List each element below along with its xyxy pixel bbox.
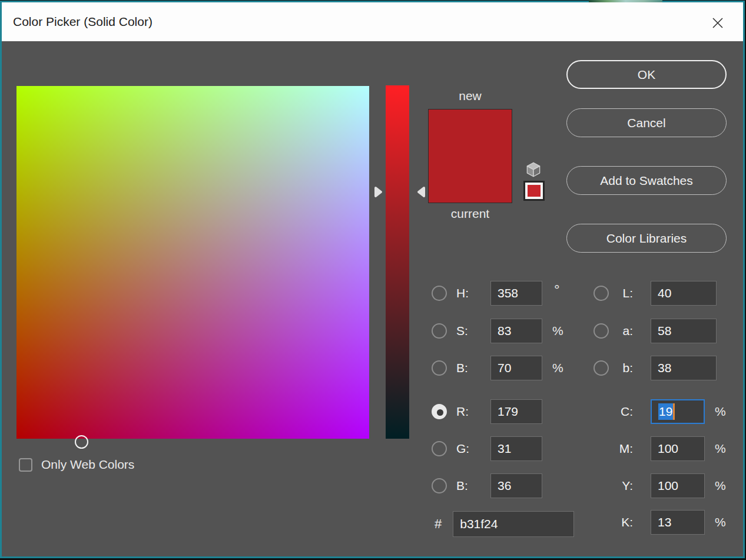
new-color-swatch <box>429 110 512 156</box>
label-s: S: <box>456 324 490 338</box>
input-y[interactable] <box>651 473 705 498</box>
close-button[interactable] <box>708 14 727 32</box>
label-a: a: <box>618 324 633 338</box>
input-hex[interactable] <box>453 511 574 537</box>
input-l[interactable] <box>651 281 717 306</box>
field-row-c: C: 19 % <box>594 399 726 425</box>
slider-thumb-left-icon[interactable] <box>373 185 383 198</box>
input-h[interactable] <box>490 281 542 306</box>
color-picker-dialog: Color Picker (Solid Color) new current <box>0 1 745 558</box>
field-row-s: S: % <box>432 318 563 344</box>
input-k[interactable] <box>651 510 705 535</box>
input-b-lab[interactable] <box>651 356 717 380</box>
input-m[interactable] <box>651 436 705 461</box>
label-b-hsb: B: <box>456 361 490 375</box>
websafe-color-swatch[interactable] <box>523 181 545 201</box>
background-image-sliver <box>589 0 662 2</box>
new-label: new <box>428 89 512 103</box>
unit-k: % <box>715 515 726 529</box>
unit-s: % <box>552 324 563 338</box>
close-icon <box>710 15 725 31</box>
radio-a[interactable] <box>594 323 609 339</box>
input-g[interactable] <box>490 436 542 461</box>
label-c: C: <box>618 405 633 419</box>
field-row-r: R: <box>432 399 542 425</box>
field-row-k: K: % <box>594 509 726 535</box>
radio-s[interactable] <box>432 323 447 339</box>
dialog-title: Color Picker (Solid Color) <box>13 2 152 41</box>
radio-h[interactable] <box>432 286 447 301</box>
color-field-marker[interactable] <box>75 435 88 449</box>
cancel-button[interactable]: Cancel <box>566 108 727 137</box>
slider-thumb-right-icon[interactable] <box>416 185 427 198</box>
input-s[interactable] <box>490 319 542 343</box>
websafe-swatch-color <box>528 185 541 197</box>
label-b-rgb: B: <box>456 479 490 493</box>
radio-l[interactable] <box>594 286 609 301</box>
unit-y: % <box>715 479 726 493</box>
preview-swatch <box>428 109 512 203</box>
label-g: G: <box>456 442 490 456</box>
unit-b-hsb: % <box>552 361 563 375</box>
selected-text: 19 <box>658 403 673 420</box>
input-a[interactable] <box>651 319 717 343</box>
color-field[interactable] <box>16 86 369 439</box>
field-row-h: H: ° <box>432 280 560 306</box>
field-row-y: Y: % <box>594 473 726 499</box>
unit-m: % <box>715 442 726 456</box>
radio-b-lab[interactable] <box>594 360 609 376</box>
field-row-m: M: % <box>594 436 726 462</box>
field-row-l: L: <box>594 280 717 306</box>
label-h: H: <box>456 286 490 300</box>
only-web-colors-row: Only Web Colors <box>19 458 134 472</box>
field-row-b-lab: b: <box>594 355 717 381</box>
field-row-b-hsb: B: % <box>432 355 563 381</box>
unit-c: % <box>715 405 726 419</box>
label-y: Y: <box>618 479 633 493</box>
add-to-swatches-button[interactable]: Add to Swatches <box>566 166 727 195</box>
input-r[interactable] <box>490 399 542 424</box>
color-slider[interactable] <box>386 85 409 439</box>
color-libraries-button[interactable]: Color Libraries <box>566 224 727 253</box>
field-row-g: G: <box>432 436 542 462</box>
radio-b-rgb[interactable] <box>432 478 447 493</box>
unit-h: ° <box>554 281 560 298</box>
label-l: L: <box>618 286 633 300</box>
web-gamut-warning-cube-icon[interactable] <box>524 160 543 179</box>
label-r: R: <box>456 405 490 419</box>
dialog-body: new current OK Cancel Add to Swatches Co… <box>2 41 743 556</box>
field-row-hex: # <box>435 511 574 537</box>
current-label: current <box>428 207 512 221</box>
ok-button[interactable]: OK <box>566 60 727 89</box>
radio-b-hsb[interactable] <box>432 360 447 376</box>
current-color-swatch[interactable] <box>429 156 512 203</box>
field-row-a: a: <box>594 318 717 344</box>
input-b-hsb[interactable] <box>490 356 542 380</box>
input-b-rgb[interactable] <box>490 473 542 498</box>
label-b-lab: b: <box>618 361 633 375</box>
field-row-b-rgb: B: <box>432 473 542 499</box>
radio-g[interactable] <box>432 441 447 456</box>
only-web-colors-label: Only Web Colors <box>41 458 134 472</box>
websafe-swatch-frame <box>525 183 543 199</box>
titlebar[interactable]: Color Picker (Solid Color) <box>2 2 743 41</box>
input-c[interactable]: 19 <box>651 399 705 424</box>
text-caret <box>673 403 675 420</box>
label-hex: # <box>435 516 442 532</box>
only-web-colors-checkbox[interactable] <box>19 458 32 472</box>
label-m: M: <box>618 442 633 456</box>
radio-r[interactable] <box>432 404 447 419</box>
label-k: K: <box>618 515 633 529</box>
